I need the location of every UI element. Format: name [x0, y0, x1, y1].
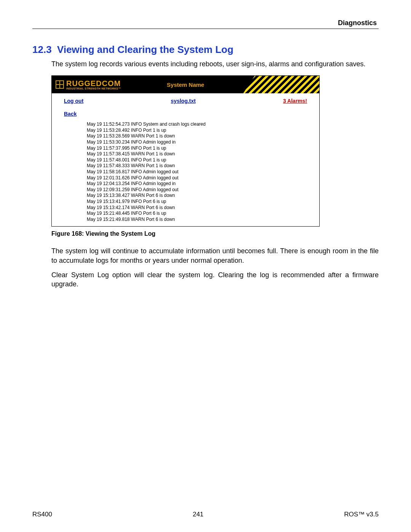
log-line: May 19 12:09:31.259 INFO Admin logged ou…	[87, 187, 319, 193]
log-line: May 19 11:57:48.001 INFO Port 1 is up	[87, 157, 319, 163]
logo-tagline: INDUSTRIAL STRENGTH NETWORKS™	[66, 87, 121, 90]
logo-brand-text: RUGGEDCOM	[66, 80, 121, 87]
log-line: May 19 15:13:38.427 WARN Port 6 is down	[87, 193, 319, 199]
ruggedcom-logo-icon	[56, 80, 64, 89]
syslog-file-link[interactable]: syslog.txt	[171, 98, 196, 104]
log-line: May 19 15:21:48.445 INFO Port 6 is up	[87, 211, 319, 217]
log-line: May 19 12:04:13.254 INFO Admin logged in	[87, 181, 319, 187]
figure-caption: Figure 168: Viewing the System Log	[51, 230, 379, 237]
section-heading-text: Viewing and Clearing the System Log	[57, 44, 233, 55]
intro-paragraph: The system log records various events in…	[51, 59, 379, 69]
log-line: May 19 11:53:28.492 INFO Port 1 is up	[87, 128, 319, 134]
log-line: May 19 15:13:41.979 INFO Port 6 is up	[87, 199, 319, 205]
footer-left: RS400	[32, 511, 52, 518]
log-line: May 19 15:13:42.174 WARN Port 6 is down	[87, 205, 319, 211]
log-line: May 19 11:53:28.569 WARN Port 1 is down	[87, 133, 319, 139]
system-log-screenshot: RUGGEDCOM INDUSTRIAL STRENGTH NETWORKS™ …	[51, 75, 320, 227]
log-line: May 19 11:52:54.273 INFO System and cras…	[87, 121, 319, 128]
hazard-stripe-decoration	[243, 76, 319, 93]
page-footer: RS400 241 ROS™ v3.5	[32, 511, 379, 518]
footer-page-number: 241	[193, 511, 203, 518]
log-line: May 19 11:58:16.817 INFO Admin logged ou…	[87, 169, 319, 175]
log-line: May 19 11:53:30.234 INFO Admin logged in	[87, 139, 319, 145]
logout-link[interactable]: Log out	[64, 98, 83, 104]
screenshot-back-row: Back	[52, 106, 319, 120]
section-title: 12.3 Viewing and Clearing the System Log	[32, 44, 379, 56]
footer-right: ROS™ v3.5	[344, 511, 379, 518]
paragraph-3: Clear System Log option will clear the s…	[51, 270, 379, 289]
screenshot-header-bar: RUGGEDCOM INDUSTRIAL STRENGTH NETWORKS™ …	[52, 76, 319, 93]
ruggedcom-logo: RUGGEDCOM INDUSTRIAL STRENGTH NETWORKS™	[52, 80, 121, 90]
log-line: May 19 11:57:38.415 WARN Port 1 is down	[87, 151, 319, 157]
log-line: May 19 15:21:49.818 WARN Port 6 is down	[87, 217, 319, 223]
screenshot-nav-row: Log out syslog.txt 3 Alarms!	[52, 93, 319, 106]
syslog-content: May 19 11:52:54.273 INFO System and cras…	[52, 120, 319, 226]
alarms-link[interactable]: 3 Alarms!	[283, 98, 307, 104]
log-line: May 19 11:57:48.333 WARN Port 1 is down	[87, 163, 319, 169]
back-link[interactable]: Back	[64, 111, 76, 117]
section-header: Diagnostics	[338, 19, 377, 27]
header-separator	[32, 29, 379, 29]
log-line: May 19 12:01:31.626 INFO Admin logged ou…	[87, 175, 319, 181]
section-number: 12.3	[32, 44, 52, 55]
paragraph-2: The system log will continue to accumula…	[51, 246, 379, 265]
log-line: May 19 11:57:37.995 INFO Port 1 is up	[87, 145, 319, 152]
